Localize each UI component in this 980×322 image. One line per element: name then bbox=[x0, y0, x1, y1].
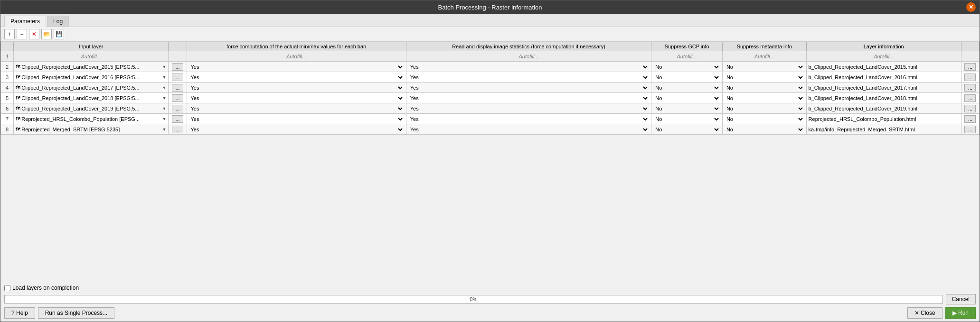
run-single-button[interactable]: Run as Single Process... bbox=[38, 307, 114, 319]
window-close-button[interactable]: ✕ bbox=[966, 2, 976, 12]
layer-info-cell: Reprojected_HRSL_Colombo_Population.html bbox=[806, 114, 961, 124]
tab-log[interactable]: Log bbox=[47, 16, 69, 27]
browse2-button-cell[interactable]: ... bbox=[961, 72, 979, 83]
browse-button[interactable]: ... bbox=[172, 63, 183, 71]
autofill-suppress-gcp: Autofill... bbox=[651, 51, 723, 62]
browse2-button-cell[interactable]: ... bbox=[961, 103, 979, 114]
tab-parameters[interactable]: Parameters bbox=[4, 16, 46, 27]
raster-icon: 🗺 bbox=[16, 74, 20, 80]
footer: Load layers on completion 0% Cancel ? He… bbox=[0, 282, 980, 322]
browse2-button[interactable]: ... bbox=[964, 126, 976, 133]
remove-row-button[interactable]: − bbox=[17, 29, 27, 39]
content-area: Input layer force computation of the act… bbox=[0, 42, 980, 322]
autofill-row-num: 1 bbox=[1, 51, 14, 62]
delete-all-button[interactable]: ✕ bbox=[29, 29, 39, 39]
row-num-cell: 2 bbox=[1, 62, 14, 72]
row-num-cell: 6 bbox=[1, 103, 14, 114]
layer-info-cell: b_Clipped_Reprojected_LandCover_2016.htm… bbox=[806, 72, 961, 83]
browse2-button-cell[interactable]: ... bbox=[961, 93, 979, 103]
table-row: 8🗺Reprojected_Merged_SRTM [EPSG:5235]▼..… bbox=[1, 124, 980, 135]
row-num-cell: 3 bbox=[1, 72, 14, 83]
col-header-force: force computation of the actual min/max … bbox=[187, 42, 406, 51]
raster-icon: 🗺 bbox=[16, 127, 20, 132]
browse-button[interactable]: ... bbox=[172, 115, 183, 123]
load-layers-checkbox[interactable] bbox=[4, 285, 10, 291]
dropdown-arrow-icon: ▼ bbox=[162, 106, 167, 111]
browse-button-cell[interactable]: ... bbox=[169, 93, 187, 103]
browse2-button-cell[interactable]: ... bbox=[961, 83, 979, 93]
run-button[interactable]: ▶ Run bbox=[945, 307, 976, 319]
dropdown-arrow-icon: ▼ bbox=[162, 127, 167, 132]
toolbar: + − ✕ 📂 💾 bbox=[0, 27, 980, 42]
browse-button[interactable]: ... bbox=[172, 74, 183, 81]
raster-icon: 🗺 bbox=[16, 116, 20, 121]
autofill-input[interactable]: Autofill... bbox=[14, 51, 169, 62]
autofill-read: Autofill... bbox=[406, 51, 651, 62]
table-row: 3🗺Clipped_Reprojected_LandCover_2016 [EP… bbox=[1, 72, 980, 83]
row-num-cell: 5 bbox=[1, 93, 14, 103]
close-button[interactable]: ✕ Close bbox=[907, 307, 942, 319]
input-layer-cell[interactable]: 🗺Clipped_Reprojected_LandCover_2018 [EPS… bbox=[14, 93, 169, 103]
browse2-button[interactable]: ... bbox=[964, 63, 976, 71]
browse-button-cell[interactable]: ... bbox=[169, 114, 187, 124]
row-num-cell: 4 bbox=[1, 83, 14, 93]
input-layer-cell[interactable]: 🗺Clipped_Reprojected_LandCover_2015 [EPS… bbox=[14, 62, 169, 72]
col-header-suppress-gcp: Suppress GCP info bbox=[651, 42, 723, 51]
browse2-button[interactable]: ... bbox=[964, 74, 976, 81]
input-layer-cell[interactable]: 🗺Clipped_Reprojected_LandCover_2016 [EPS… bbox=[14, 72, 169, 83]
dropdown-arrow-icon: ▼ bbox=[162, 64, 167, 69]
table-row: 7🗺Reprojected_HRSL_Colombo_Population [E… bbox=[1, 114, 980, 124]
browse-button-cell[interactable]: ... bbox=[169, 72, 187, 83]
load-layers-label: Load layers on completion bbox=[12, 285, 79, 291]
dropdown-arrow-icon: ▼ bbox=[162, 117, 167, 121]
browse-button-cell[interactable]: ... bbox=[169, 83, 187, 93]
progress-text: 0% bbox=[470, 296, 477, 302]
add-row-button[interactable]: + bbox=[4, 29, 15, 39]
dropdown-arrow-icon: ▼ bbox=[162, 96, 167, 101]
layer-info-cell: b_Clipped_Reprojected_LandCover_2015.htm… bbox=[806, 62, 961, 72]
layer-info-cell: b_Clipped_Reprojected_LandCover_2017.htm… bbox=[806, 83, 961, 93]
action-left: ? Help Run as Single Process... bbox=[4, 307, 114, 319]
autofill-layer: Autofill... bbox=[806, 51, 961, 62]
browse2-button[interactable]: ... bbox=[964, 115, 976, 123]
input-layer-cell[interactable]: 🗺Clipped_Reprojected_LandCover_2017 [EPS… bbox=[14, 83, 169, 93]
col-header-suppress-meta: Suppress metadata info bbox=[722, 42, 806, 51]
action-right: ✕ Close ▶ Run bbox=[907, 307, 976, 319]
load-layers-row: Load layers on completion bbox=[4, 285, 976, 291]
table-row: 4🗺Clipped_Reprojected_LandCover_2017 [EP… bbox=[1, 83, 980, 93]
layer-info-cell: b_Clipped_Reprojected_LandCover_2019.htm… bbox=[806, 103, 961, 114]
table-row: 6🗺Clipped_Reprojected_LandCover_2019 [EP… bbox=[1, 103, 980, 114]
save-button[interactable]: 💾 bbox=[54, 29, 64, 39]
batch-table: Input layer force computation of the act… bbox=[0, 42, 980, 135]
table-row: 2🗺Clipped_Reprojected_LandCover_2015 [EP… bbox=[1, 62, 980, 72]
open-button[interactable]: 📂 bbox=[41, 29, 52, 39]
col-header-input: Input layer bbox=[14, 42, 169, 51]
raster-icon: 🗺 bbox=[16, 106, 20, 111]
browse-button[interactable]: ... bbox=[172, 84, 183, 92]
input-layer-cell[interactable]: 🗺Reprojected_Merged_SRTM [EPSG:5235]▼ bbox=[14, 124, 169, 135]
browse2-button-cell[interactable]: ... bbox=[961, 124, 979, 135]
col-header-browse1 bbox=[169, 42, 187, 51]
browse-button-cell[interactable]: ... bbox=[169, 124, 187, 135]
title-bar: Batch Processing - Raster information ✕ bbox=[0, 0, 980, 14]
autofill-force: Autofill... bbox=[187, 51, 406, 62]
table-container: Input layer force computation of the act… bbox=[0, 42, 980, 282]
browse2-button-cell[interactable]: ... bbox=[961, 114, 979, 124]
browse2-button[interactable]: ... bbox=[964, 94, 976, 102]
browse2-button-cell[interactable]: ... bbox=[961, 62, 979, 72]
help-button[interactable]: ? Help bbox=[4, 307, 35, 319]
browse2-button[interactable]: ... bbox=[964, 84, 976, 92]
cancel-button[interactable]: Cancel bbox=[946, 294, 976, 304]
main-window: Batch Processing - Raster information ✕ … bbox=[0, 0, 980, 322]
input-layer-cell[interactable]: 🗺Clipped_Reprojected_LandCover_2019 [EPS… bbox=[14, 103, 169, 114]
action-row: ? Help Run as Single Process... ✕ Close … bbox=[4, 307, 976, 319]
progress-row: 0% Cancel bbox=[4, 294, 976, 304]
input-layer-cell[interactable]: 🗺Reprojected_HRSL_Colombo_Population [EP… bbox=[14, 114, 169, 124]
browse-button[interactable]: ... bbox=[172, 105, 183, 112]
browse2-button[interactable]: ... bbox=[964, 105, 976, 112]
browse-button[interactable]: ... bbox=[172, 94, 183, 102]
browse-button-cell[interactable]: ... bbox=[169, 62, 187, 72]
browse-button-cell[interactable]: ... bbox=[169, 103, 187, 114]
browse-button[interactable]: ... bbox=[172, 126, 183, 133]
raster-icon: 🗺 bbox=[16, 95, 20, 101]
